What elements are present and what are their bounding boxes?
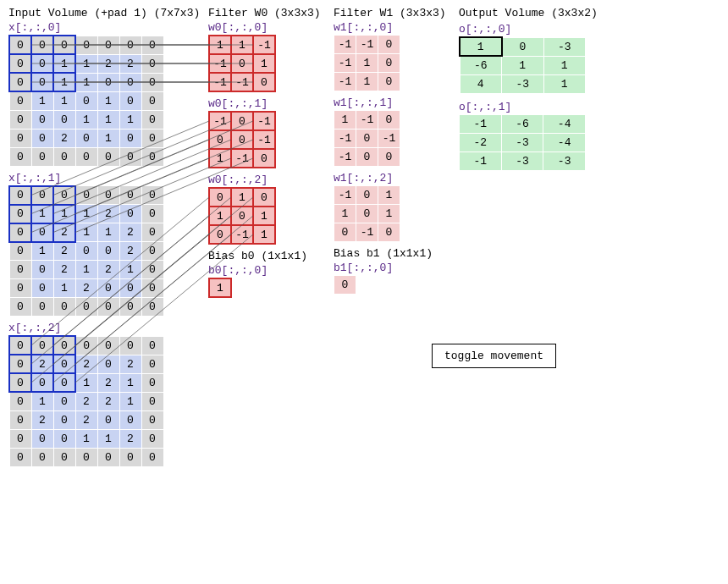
output-slice1-cell: -1 xyxy=(460,152,502,170)
input-slice1-cell: 0 xyxy=(75,186,97,205)
w0-slice2-cell: -1 xyxy=(231,225,253,244)
bias-b1-cell: 0 xyxy=(334,276,356,295)
w0-slice-label: w0[:,:,1] xyxy=(208,97,318,110)
input-slice0-cell: 0 xyxy=(119,129,141,147)
input-slice2-cell: 1 xyxy=(75,373,97,392)
w0-slice0-cell: 0 xyxy=(253,73,275,91)
w1-slice1-cell: 1 xyxy=(334,111,356,129)
w0-slice1-cell: 0 xyxy=(209,130,231,149)
input-slice0-cell: 0 xyxy=(141,110,163,129)
w0-slice1-cell: 0 xyxy=(253,149,275,168)
input-slice1-cell: 0 xyxy=(9,205,31,223)
w0-slice0-cell: -1 xyxy=(231,73,253,91)
input-slice1-cell: 0 xyxy=(97,186,119,205)
output-slice1-cell: -4 xyxy=(543,114,586,133)
input-slice1-cell: 0 xyxy=(53,186,75,205)
w1-slice0-cell: 1 xyxy=(356,54,378,73)
input-slice1-cell: 0 xyxy=(9,223,31,242)
input-slice1-cell: 1 xyxy=(53,205,75,223)
output-slice1-cell: -6 xyxy=(501,114,543,133)
input-slice1-cell: 0 xyxy=(9,186,31,205)
w0-slice0-cell: 1 xyxy=(253,54,275,73)
input-slice0-cell: 0 xyxy=(97,147,119,166)
input-slice0-cell: 0 xyxy=(141,129,163,147)
input-slice1-cell: 0 xyxy=(75,242,97,261)
w1-slice1-cell: 0 xyxy=(378,111,400,129)
input-slice1-cell: 0 xyxy=(141,279,163,298)
input-slice1-grid: 0000000011120000211200120020002121000120… xyxy=(8,185,164,317)
input-slice0-cell: 0 xyxy=(119,73,141,91)
input-slice2-cell: 0 xyxy=(119,448,141,466)
input-column: Input Volume (+pad 1) (7x7x3) x[:,:,0]00… xyxy=(8,7,193,472)
output-slice0-cell: 1 xyxy=(502,56,544,74)
input-slice0-cell: 0 xyxy=(141,73,163,91)
input-slice-label: x[:,:,2] xyxy=(8,322,193,334)
input-slice0-cell: 0 xyxy=(9,91,31,110)
input-slice1-cell: 0 xyxy=(97,242,119,261)
input-slice0-cell: 0 xyxy=(9,54,31,73)
input-slice2-cell: 0 xyxy=(31,373,53,392)
input-slice1-cell: 0 xyxy=(31,223,53,242)
w0-slice0-cell: 1 xyxy=(231,36,253,54)
input-slice0-cell: 0 xyxy=(9,129,31,147)
w0-slice-label: w0[:,:,2] xyxy=(208,174,318,186)
w1-slice1-cell: -1 xyxy=(378,129,400,148)
input-slice0-cell: 0 xyxy=(119,91,141,110)
input-slice0-cell: 0 xyxy=(119,36,141,54)
input-slice1-cell: 2 xyxy=(75,279,97,298)
output-slice1-grid: -1-6-4-2-3-4-1-3-3 xyxy=(459,114,586,171)
input-slice0-cell: 0 xyxy=(75,129,97,147)
output-slice0-grid: 10-3-6114-31 xyxy=(459,36,586,94)
w0-slice1-grid: -10-100-11-10 xyxy=(208,111,276,168)
input-slice2-cell: 2 xyxy=(97,392,119,410)
bias-b0-grid: 1 xyxy=(208,278,232,298)
input-slice2-cell: 0 xyxy=(53,355,75,373)
filter-w0-title: Filter W0 (3x3x3) xyxy=(208,7,318,19)
w1-slice2-cell: -1 xyxy=(356,223,378,242)
input-slice1-cell: 1 xyxy=(75,223,97,242)
input-slice1-cell: 1 xyxy=(119,261,141,279)
input-slice2-cell: 0 xyxy=(9,373,31,392)
output-slice1-cell: -2 xyxy=(460,133,502,152)
output-slice1-cell: -3 xyxy=(501,152,543,170)
w1-slice1-cell: -1 xyxy=(356,111,378,129)
input-slice0-cell: 0 xyxy=(53,147,75,166)
w1-slice2-cell: 0 xyxy=(334,223,356,242)
input-slice0-cell: 1 xyxy=(53,91,75,110)
input-slice2-cell: 0 xyxy=(75,336,97,355)
input-slice1-cell: 2 xyxy=(53,223,75,242)
output-slice0-cell: 1 xyxy=(543,56,586,74)
input-slice-label: x[:,:,0] xyxy=(8,21,193,34)
input-slice2-cell: 0 xyxy=(97,448,119,466)
input-slice2-cell: 0 xyxy=(53,410,75,429)
input-slice0-cell: 1 xyxy=(97,129,119,147)
output-title: Output Volume (3x3x2) xyxy=(459,7,586,19)
output-slice0-cell: 1 xyxy=(460,37,502,56)
w0-slice2-cell: 1 xyxy=(231,188,253,207)
input-slice0-cell: 0 xyxy=(53,36,75,54)
input-slice0-cell: 1 xyxy=(119,110,141,129)
output-slice0-cell: -6 xyxy=(460,56,502,74)
w1-slice2-cell: -1 xyxy=(334,186,356,205)
input-slice0-cell: 1 xyxy=(75,110,97,129)
output-slice1-cell: -3 xyxy=(501,133,543,152)
w1-slice2-cell: 1 xyxy=(378,205,400,223)
input-slice1-cell: 0 xyxy=(119,279,141,298)
input-slice2-cell: 0 xyxy=(53,392,75,410)
output-slice0-cell: 0 xyxy=(502,37,544,56)
toggle-movement-button[interactable]: toggle movement xyxy=(432,344,556,368)
input-slice0-cell: 1 xyxy=(31,91,53,110)
input-slice0-grid: 0000000001122000110000110100000111000201… xyxy=(8,35,164,167)
input-slice0-cell: 1 xyxy=(75,73,97,91)
input-slice1-cell: 1 xyxy=(75,261,97,279)
input-slice2-cell: 0 xyxy=(9,429,31,448)
input-slice1-cell: 1 xyxy=(31,205,53,223)
input-slice2-cell: 0 xyxy=(141,355,163,373)
input-slice2-cell: 0 xyxy=(31,429,53,448)
w1-slice0-cell: -1 xyxy=(334,73,356,91)
input-slice2-cell: 0 xyxy=(141,429,163,448)
input-slice2-cell: 0 xyxy=(9,336,31,355)
w1-slice-label: w1[:,:,0] xyxy=(334,21,444,34)
output-column: Output Volume (3x3x2) o[:,:,0]10-3-6114-… xyxy=(459,7,586,176)
input-slice0-cell: 1 xyxy=(97,110,119,129)
